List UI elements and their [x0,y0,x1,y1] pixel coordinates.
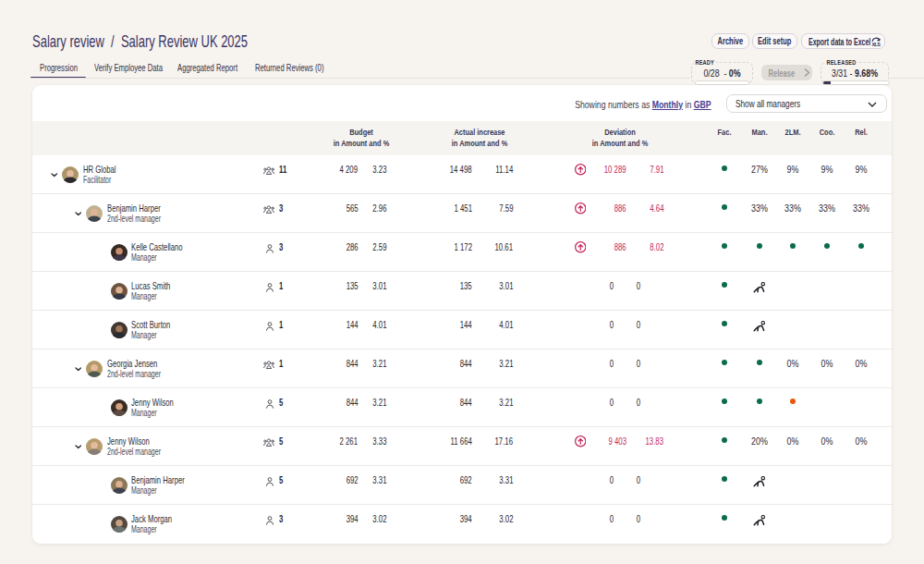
svg-text:XLS: XLS [872,42,881,47]
